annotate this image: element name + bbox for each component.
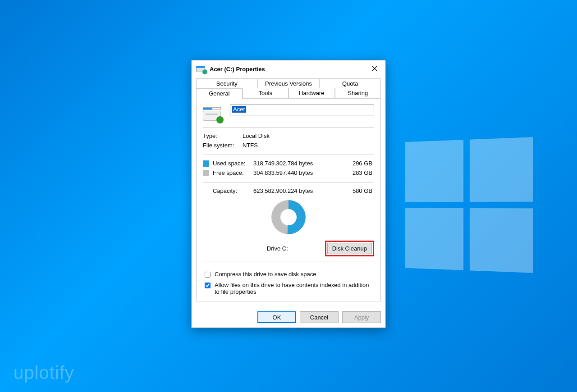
drive-name-input[interactable]: Acer <box>230 105 374 115</box>
used-space-human: 296 GB <box>330 160 374 167</box>
watermark: uplotify <box>14 363 74 383</box>
tab-panel-general: Acer Type: Local Disk File system: NTFS … <box>196 98 381 301</box>
drive-properties-icon <box>196 64 206 74</box>
close-button[interactable] <box>366 62 384 75</box>
drive-name-value: Acer <box>232 106 246 113</box>
type-value: Local Disk <box>243 132 270 139</box>
disk-cleanup-button[interactable]: Disk Cleanup <box>327 243 372 254</box>
filesystem-label: File system: <box>203 142 243 149</box>
tab-sharing[interactable]: Sharing <box>335 88 381 99</box>
properties-dialog: Acer (C:) Properties Security Previous V… <box>191 60 386 328</box>
used-space-swatch <box>203 160 209 167</box>
tab-previous-versions[interactable]: Previous Versions <box>258 78 320 88</box>
window-title: Acer (C:) Properties <box>210 66 366 73</box>
windows-logo <box>405 137 533 273</box>
annotation-highlight: Disk Cleanup <box>325 241 374 256</box>
capacity-label: Capacity: <box>213 187 253 194</box>
index-checkbox[interactable] <box>205 283 211 288</box>
apply-button[interactable]: Apply <box>342 311 381 323</box>
compress-checkbox[interactable] <box>205 272 211 278</box>
compress-label: Compress this drive to save disk space <box>215 271 316 278</box>
capacity-bytes: 623.582.900.224 bytes <box>253 187 330 194</box>
tab-quota[interactable]: Quota <box>319 78 381 88</box>
compress-checkbox-row[interactable]: Compress this drive to save disk space <box>203 269 374 280</box>
filesystem-value: NTFS <box>243 142 258 149</box>
free-space-swatch <box>203 170 209 176</box>
used-space-bytes: 318.749.302.784 bytes <box>253 160 330 167</box>
free-space-human: 283 GB <box>330 169 374 176</box>
index-checkbox-row[interactable]: Allow files on this drive to have conten… <box>203 280 374 296</box>
cancel-button[interactable]: Cancel <box>300 311 339 323</box>
used-space-label: Used space: <box>213 160 253 167</box>
index-label: Allow files on this drive to have conten… <box>215 282 374 295</box>
drive-label: Drive C: <box>203 245 325 252</box>
tab-hardware[interactable]: Hardware <box>288 88 335 99</box>
free-space-bytes: 304.833.597.440 bytes <box>253 169 330 176</box>
type-label: Type: <box>203 132 243 139</box>
drive-icon <box>203 105 223 123</box>
ok-button[interactable]: OK <box>257 311 296 323</box>
tab-general[interactable]: General <box>196 88 243 99</box>
capacity-pie-chart <box>271 200 306 234</box>
free-space-label: Free space: <box>213 169 253 176</box>
separator <box>203 127 374 128</box>
separator <box>203 261 374 261</box>
titlebar[interactable]: Acer (C:) Properties <box>192 60 385 78</box>
tab-strip: Security Previous Versions Quota General… <box>196 78 381 301</box>
close-icon <box>372 66 377 71</box>
tab-security[interactable]: Security <box>196 78 258 88</box>
separator <box>203 155 374 155</box>
capacity-human: 580 GB <box>330 187 374 194</box>
tab-tools[interactable]: Tools <box>243 88 289 99</box>
dialog-button-row: OK Cancel Apply <box>192 306 385 328</box>
separator <box>203 182 374 182</box>
